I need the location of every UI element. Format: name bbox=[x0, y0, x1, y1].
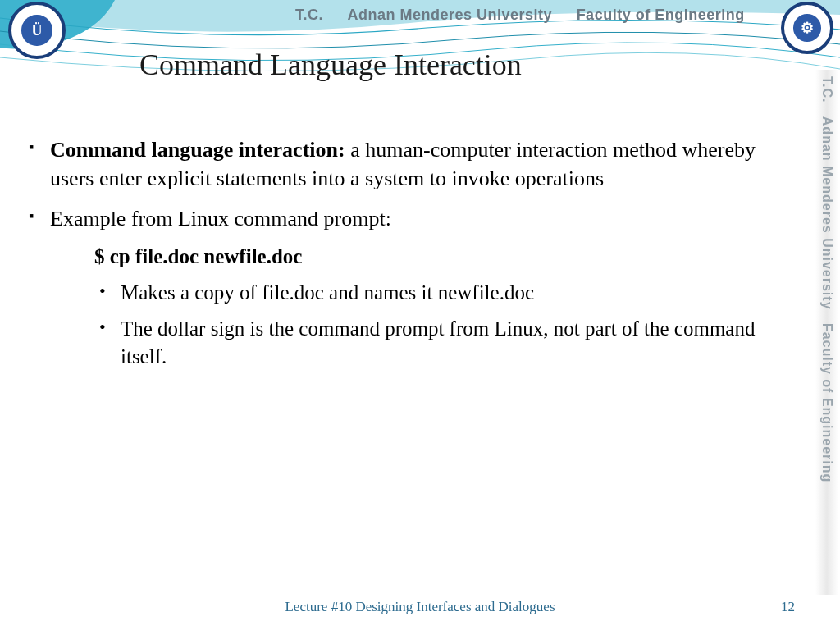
sub-bullet-dollar: The dollar sign is the command prompt fr… bbox=[99, 315, 791, 371]
university-seal-left: Ü bbox=[8, 2, 66, 59]
faculty-seal-right: ⚙ bbox=[781, 2, 833, 54]
page-number: 12 bbox=[781, 599, 795, 615]
slide-content: Command language interaction: a human-co… bbox=[29, 135, 791, 381]
bullet-definition: Command language interaction: a human-co… bbox=[29, 135, 791, 193]
sub-bullet-copy: Makes a copy of file.doc and names it ne… bbox=[99, 279, 791, 307]
slide-title: Command Language Interaction bbox=[139, 48, 522, 82]
header-institution-text: T.C. Adnan Menderes University Faculty o… bbox=[295, 7, 745, 24]
bullet-definition-term: Command language interaction: bbox=[50, 138, 345, 162]
header-prefix: T.C. bbox=[295, 7, 323, 23]
bullet-example: Example from Linux command prompt: $ cp … bbox=[29, 204, 791, 370]
header-faculty: Faculty of Engineering bbox=[577, 7, 745, 23]
header-university: Adnan Menderes University bbox=[348, 7, 553, 23]
bullet-example-text: Example from Linux command prompt: bbox=[50, 207, 391, 231]
right-vertical-strip: T.C. Adnan Menderes University Faculty o… bbox=[815, 70, 838, 595]
footer-lecture-title: Lecture #10 Designing Interfaces and Dia… bbox=[0, 599, 840, 615]
right-vertical-text: T.C. Adnan Menderes University Faculty o… bbox=[819, 70, 834, 482]
command-example: $ cp file.doc newfile.doc bbox=[94, 243, 791, 271]
